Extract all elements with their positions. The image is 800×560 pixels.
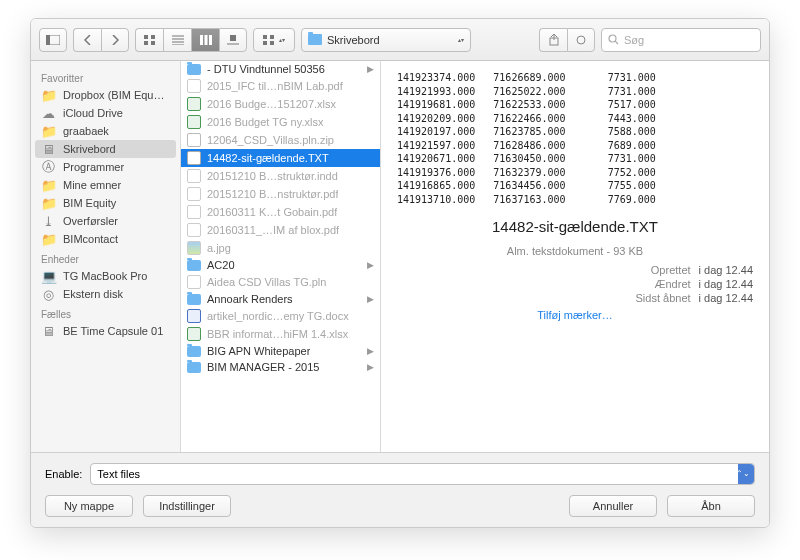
sidebar-item-label: BIMcontact bbox=[63, 233, 118, 245]
group-button[interactable]: ▴▾ bbox=[253, 28, 295, 52]
sidebar-item[interactable]: ◎Ekstern disk bbox=[31, 285, 180, 303]
sidebar-item[interactable]: 📁BIM Equity bbox=[31, 194, 180, 212]
settings-button[interactable]: Indstillinger bbox=[143, 495, 231, 517]
svg-rect-3 bbox=[151, 35, 155, 39]
sidebar-item[interactable]: ⤓Overførsler bbox=[31, 212, 180, 230]
sidebar-item-label: TG MacBook Pro bbox=[63, 270, 147, 282]
sidebar-item-label: BE Time Capsule 01 bbox=[63, 325, 163, 337]
sidebar-item[interactable]: ☁︎iCloud Drive bbox=[31, 104, 180, 122]
svg-rect-16 bbox=[270, 35, 274, 39]
file-row[interactable]: 2016 Budget TG ny.xlsx bbox=[181, 113, 380, 131]
file-label: AC20 bbox=[207, 259, 235, 271]
file-label: 20151210 B…struktør.indd bbox=[207, 170, 338, 182]
svg-point-21 bbox=[609, 35, 616, 42]
open-button[interactable]: Åbn bbox=[667, 495, 755, 517]
sidebar: Favoritter📁Dropbox (BIM Equ…☁︎iCloud Dri… bbox=[31, 61, 181, 452]
svg-point-20 bbox=[577, 36, 585, 44]
file-row[interactable]: Annoark Renders▶ bbox=[181, 291, 380, 307]
file-label: Aidea CSD Villas TG.pln bbox=[207, 276, 326, 288]
doc-icon bbox=[187, 309, 201, 323]
sidebar-item[interactable]: 📁Mine emner bbox=[31, 176, 180, 194]
file-row[interactable]: BIG APN Whitepaper▶ bbox=[181, 343, 380, 359]
file-label: 14482-sit-gældende.TXT bbox=[207, 152, 329, 164]
img-icon bbox=[187, 241, 201, 255]
add-tags-link[interactable]: Tilføj mærker… bbox=[397, 309, 753, 321]
sidebar-item-label: Skrivebord bbox=[63, 143, 116, 155]
view-column-button[interactable] bbox=[191, 28, 219, 52]
file-row[interactable]: a.jpg bbox=[181, 239, 380, 257]
cancel-button[interactable]: Annuller bbox=[569, 495, 657, 517]
sidebar-item[interactable]: 📁graabaek bbox=[31, 122, 180, 140]
svg-rect-17 bbox=[263, 41, 267, 45]
sidebar-item[interactable]: 🖥BE Time Capsule 01 bbox=[31, 322, 180, 340]
sidebar-item[interactable]: 💻TG MacBook Pro bbox=[31, 267, 180, 285]
view-coverflow-button[interactable] bbox=[219, 28, 247, 52]
file-label: 2015_IFC til…nBIM Lab.pdf bbox=[207, 80, 343, 92]
share-button[interactable] bbox=[539, 28, 567, 52]
file-row[interactable]: 20151210 B…struktør.indd bbox=[181, 167, 380, 185]
chevron-right-icon: ▶ bbox=[367, 362, 374, 372]
file-row[interactable]: artikel_nordic…emy TG.docx bbox=[181, 307, 380, 325]
sidebar-item-label: BIM Equity bbox=[63, 197, 116, 209]
folder-icon bbox=[187, 260, 201, 271]
sidebar-item-label: Mine emner bbox=[63, 179, 121, 191]
view-icon-button[interactable] bbox=[135, 28, 163, 52]
svg-rect-5 bbox=[151, 41, 155, 45]
file-label: BBR informat…hiFM 1.4.xlsx bbox=[207, 328, 348, 340]
sidebar-item[interactable]: ⒶProgrammer bbox=[31, 158, 180, 176]
file-label: artikel_nordic…emy TG.docx bbox=[207, 310, 349, 322]
forward-button[interactable] bbox=[101, 28, 129, 52]
sidebar-item[interactable]: 📁Dropbox (BIM Equ… bbox=[31, 86, 180, 104]
file-row[interactable]: 20160311_…IM af blox.pdf bbox=[181, 221, 380, 239]
pdf-icon bbox=[187, 187, 201, 201]
preview-text: 141923374.000 71626689.000 7731.000 1419… bbox=[397, 71, 753, 206]
path-popup[interactable]: Skrivebord ▴▾ bbox=[301, 28, 471, 52]
svg-rect-13 bbox=[230, 35, 236, 41]
svg-rect-10 bbox=[200, 35, 203, 45]
svg-rect-4 bbox=[144, 41, 148, 45]
path-label: Skrivebord bbox=[327, 34, 380, 46]
search-placeholder: Søg bbox=[624, 34, 644, 46]
folder-icon bbox=[187, 346, 201, 357]
sidebar-item[interactable]: 🖥Skrivebord bbox=[35, 140, 176, 158]
search-icon bbox=[608, 34, 619, 45]
back-button[interactable] bbox=[73, 28, 101, 52]
file-row[interactable]: Aidea CSD Villas TG.pln bbox=[181, 273, 380, 291]
file-row[interactable]: BBR informat…hiFM 1.4.xlsx bbox=[181, 325, 380, 343]
svg-rect-2 bbox=[144, 35, 148, 39]
file-label: 2016 Budge…151207.xlsx bbox=[207, 98, 336, 110]
file-row[interactable]: 20151210 B…nstruktør.pdf bbox=[181, 185, 380, 203]
folder-icon bbox=[187, 362, 201, 373]
search-input[interactable]: Søg bbox=[601, 28, 761, 52]
file-label: 12064_CSD_Villas.pln.zip bbox=[207, 134, 334, 146]
file-row[interactable]: BIM MANAGER - 2015▶ bbox=[181, 359, 380, 375]
file-label: 20151210 B…nstruktør.pdf bbox=[207, 188, 338, 200]
file-row[interactable]: 20160311 K…t Gobain.pdf bbox=[181, 203, 380, 221]
file-row[interactable]: AC20▶ bbox=[181, 257, 380, 273]
folder-icon bbox=[308, 34, 322, 45]
bottom-bar: Enable: Text files ⌃⌄ Ny mappe Indstilli… bbox=[31, 452, 769, 527]
file-row[interactable]: 2016 Budge…151207.xlsx bbox=[181, 95, 380, 113]
sidebar-item-label: iCloud Drive bbox=[63, 107, 123, 119]
pdf-icon bbox=[187, 275, 201, 289]
folder-icon bbox=[187, 64, 201, 75]
sidebar-item-label: graabaek bbox=[63, 125, 109, 137]
svg-rect-18 bbox=[270, 41, 274, 45]
file-row[interactable]: 2015_IFC til…nBIM Lab.pdf bbox=[181, 77, 380, 95]
sidebar-toggle-button[interactable] bbox=[39, 28, 67, 52]
enable-select[interactable]: Text files ⌃⌄ bbox=[90, 463, 755, 485]
sidebar-item[interactable]: 📁BIMcontact bbox=[31, 230, 180, 248]
sidebar-group-header: Fælles bbox=[31, 303, 180, 322]
file-column: - DTU Vindtunnel 50356▶2015_IFC til…nBIM… bbox=[181, 61, 381, 452]
view-list-button[interactable] bbox=[163, 28, 191, 52]
file-row[interactable]: 14482-sit-gældende.TXT bbox=[181, 149, 380, 167]
sidebar-item-label: Dropbox (BIM Equ… bbox=[63, 89, 164, 101]
chevron-right-icon: ▶ bbox=[367, 64, 374, 74]
preview-desc: Alm. tekstdokument - 93 KB bbox=[397, 245, 753, 257]
file-row[interactable]: 12064_CSD_Villas.pln.zip bbox=[181, 131, 380, 149]
new-folder-button[interactable]: Ny mappe bbox=[45, 495, 133, 517]
pdf-icon bbox=[187, 205, 201, 219]
file-label: Annoark Renders bbox=[207, 293, 293, 305]
file-row[interactable]: - DTU Vindtunnel 50356▶ bbox=[181, 61, 380, 77]
tags-button[interactable] bbox=[567, 28, 595, 52]
